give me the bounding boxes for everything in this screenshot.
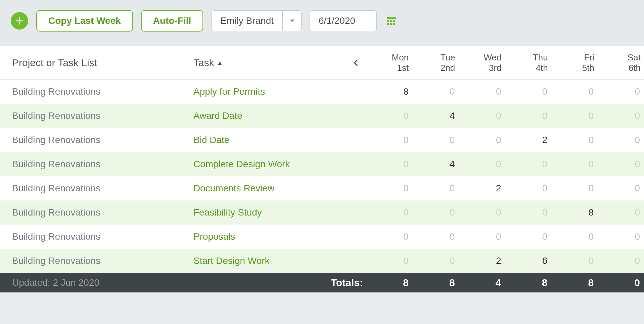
hours-cell[interactable]: 0: [366, 135, 413, 145]
hours-cell[interactable]: 0: [598, 207, 644, 218]
hours-cell[interactable]: 0: [551, 159, 598, 170]
hours-cell[interactable]: 0: [459, 207, 505, 218]
hours-cell[interactable]: 0: [505, 231, 551, 242]
table-row: Building RenovationsAward Date040000: [0, 104, 644, 128]
table-row: Building RenovationsStart Design Work002…: [0, 249, 644, 273]
hours-cell[interactable]: 0: [459, 135, 505, 145]
task-cell[interactable]: Apply for Permits: [193, 86, 346, 97]
hours-cell[interactable]: 2: [459, 183, 505, 194]
hours-cell[interactable]: 2: [459, 256, 505, 266]
project-cell[interactable]: Building Renovations: [12, 256, 193, 266]
hours-cell[interactable]: 0: [551, 86, 598, 97]
table-header-row: Project or Task List Task ▲ Mon1stTue2nd…: [0, 46, 644, 80]
hours-cell[interactable]: 2: [505, 135, 551, 145]
column-header-day[interactable]: Mon1st: [366, 52, 413, 73]
hours-cell[interactable]: 0: [551, 110, 598, 121]
hours-cell[interactable]: 8: [551, 207, 598, 218]
totals-cell: 8: [551, 277, 598, 288]
column-header-day[interactable]: Tue2nd: [413, 52, 459, 73]
project-cell[interactable]: Building Renovations: [12, 183, 193, 194]
hours-cell[interactable]: 0: [598, 159, 644, 170]
task-cell[interactable]: Documents Review: [193, 183, 346, 194]
hours-cell[interactable]: 0: [366, 256, 413, 266]
hours-cell[interactable]: 0: [413, 183, 459, 194]
column-header-day[interactable]: Fri5th: [552, 52, 598, 73]
auto-fill-button[interactable]: Auto-Fill: [141, 10, 203, 32]
column-header-task[interactable]: Task ▲: [193, 57, 346, 68]
hours-cell[interactable]: 0: [598, 135, 644, 145]
table-row: Building RenovationsApply for Permits800…: [0, 80, 644, 104]
column-header-day[interactable]: Sat6th: [598, 52, 644, 73]
hours-cell[interactable]: 0: [505, 159, 551, 170]
hours-cell[interactable]: 8: [366, 86, 413, 97]
plus-icon: [15, 16, 24, 26]
hours-cell[interactable]: 0: [413, 231, 459, 242]
hours-cell[interactable]: 0: [459, 231, 505, 242]
updated-label: Updated: 2 Jun 2020: [12, 277, 193, 288]
column-header-project[interactable]: Project or Task List: [12, 57, 193, 68]
task-cell[interactable]: Proposals: [193, 231, 346, 242]
hours-cell[interactable]: 0: [413, 86, 459, 97]
hours-cell[interactable]: 0: [551, 231, 598, 242]
task-cell[interactable]: Complete Design Work: [193, 159, 346, 170]
task-cell[interactable]: Feasibility Study: [193, 207, 346, 218]
hours-cell[interactable]: 0: [551, 135, 598, 145]
day-of-week: Wed: [459, 52, 501, 63]
hours-cell[interactable]: 0: [551, 183, 598, 194]
column-header-day[interactable]: Wed3rd: [459, 52, 505, 73]
previous-week-button[interactable]: [346, 58, 366, 67]
task-cell[interactable]: Start Design Work: [193, 256, 346, 266]
hours-cell[interactable]: 0: [459, 110, 505, 121]
add-button[interactable]: [11, 12, 28, 30]
hours-cell[interactable]: 0: [598, 183, 644, 194]
hours-cell[interactable]: 0: [413, 256, 459, 266]
hours-cell[interactable]: 0: [459, 86, 505, 97]
hours-cell[interactable]: 0: [366, 231, 413, 242]
hours-cell[interactable]: 0: [366, 183, 413, 194]
task-cell[interactable]: Award Date: [193, 110, 346, 121]
hours-cell[interactable]: 0: [598, 256, 644, 266]
hours-cell[interactable]: 0: [505, 86, 551, 97]
hours-cell[interactable]: 0: [505, 183, 551, 194]
user-select-value: Emily Brandt: [212, 11, 282, 31]
hours-cell[interactable]: 0: [505, 110, 551, 121]
hours-cell[interactable]: 0: [366, 110, 413, 121]
hours-cell[interactable]: 0: [413, 207, 459, 218]
hours-cell[interactable]: 0: [551, 256, 598, 266]
task-cell[interactable]: Bid Date: [193, 135, 346, 145]
chevron-left-icon: [352, 58, 361, 67]
totals-cell: 0: [598, 277, 644, 288]
day-of-week: Tue: [413, 52, 455, 63]
hours-cell[interactable]: 0: [598, 110, 644, 121]
hours-cell[interactable]: 0: [598, 231, 644, 242]
user-select[interactable]: Emily Brandt: [211, 10, 302, 31]
hours-cell[interactable]: 0: [413, 135, 459, 145]
project-cell[interactable]: Building Renovations: [12, 110, 193, 121]
calendar-button[interactable]: [385, 14, 398, 28]
hours-cell[interactable]: 0: [459, 159, 505, 170]
project-cell[interactable]: Building Renovations: [12, 231, 193, 242]
hours-cell[interactable]: 4: [413, 159, 459, 170]
column-header-day[interactable]: Thu4th: [506, 52, 552, 73]
day-of-week: Mon: [366, 52, 409, 63]
date-input[interactable]: 6/1/2020: [310, 10, 377, 31]
hours-cell[interactable]: 0: [598, 86, 644, 97]
day-of-week: Sat: [598, 52, 641, 63]
day-of-week: Fri: [552, 52, 594, 63]
hours-cell[interactable]: 0: [505, 207, 551, 218]
project-cell[interactable]: Building Renovations: [12, 207, 193, 218]
day-of-month: 5th: [552, 63, 594, 73]
hours-cell[interactable]: 0: [366, 207, 413, 218]
calendar-icon: [385, 15, 398, 27]
table-row: Building RenovationsComplete Design Work…: [0, 152, 644, 176]
user-select-caret[interactable]: [282, 11, 301, 31]
project-cell[interactable]: Building Renovations: [12, 159, 193, 170]
project-cell[interactable]: Building Renovations: [12, 135, 193, 145]
day-of-month: 4th: [506, 63, 548, 73]
hours-cell[interactable]: 4: [413, 110, 459, 121]
table-row: Building RenovationsFeasibility Study000…: [0, 200, 644, 225]
hours-cell[interactable]: 6: [505, 256, 551, 266]
hours-cell[interactable]: 0: [366, 159, 413, 170]
project-cell[interactable]: Building Renovations: [12, 86, 193, 97]
copy-last-week-button[interactable]: Copy Last Week: [36, 10, 133, 32]
